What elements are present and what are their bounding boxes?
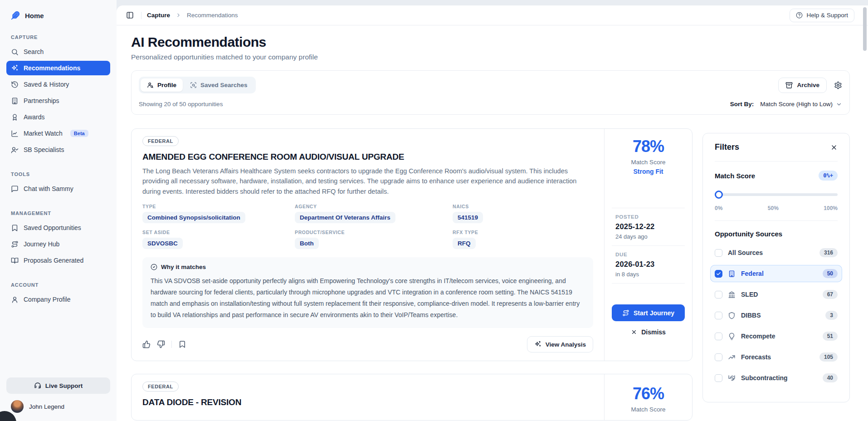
user-check-icon bbox=[11, 146, 19, 154]
sidebar-item-home[interactable]: Home bbox=[6, 9, 110, 22]
opportunity-sources-label: Opportunity Sources bbox=[715, 230, 838, 238]
source-row-sled[interactable]: SLED 67 bbox=[710, 286, 842, 303]
checkbox[interactable] bbox=[715, 333, 722, 340]
checkbox[interactable] bbox=[715, 249, 722, 257]
sidebar-item-saved-opportunities[interactable]: Saved Opportunities bbox=[6, 220, 110, 235]
source-row-all-sources[interactable]: All Sources 316 bbox=[710, 244, 842, 261]
dismiss-button[interactable]: Dismiss bbox=[631, 328, 666, 336]
checkbox[interactable] bbox=[715, 353, 722, 361]
slider-thumb[interactable] bbox=[715, 191, 723, 199]
checkbox[interactable] bbox=[715, 312, 722, 319]
posted-label: POSTED bbox=[615, 214, 681, 220]
help-support-button[interactable]: Help & Support bbox=[790, 9, 854, 22]
topbar: Capture Recommendations Help & Support bbox=[117, 5, 868, 25]
award-icon bbox=[11, 113, 19, 121]
route-icon bbox=[622, 309, 629, 317]
panel-left-icon bbox=[126, 11, 134, 19]
building-icon bbox=[11, 97, 19, 105]
section-label-tools: TOOLS bbox=[6, 171, 110, 177]
icon-divider bbox=[171, 341, 172, 348]
sidebar-item-proposals-generated[interactable]: Proposals Generated bbox=[6, 253, 110, 268]
filters-close-button[interactable] bbox=[830, 144, 838, 151]
source-row-recompete[interactable]: Recompete 51 bbox=[710, 328, 842, 345]
field-label: SET ASIDE bbox=[142, 230, 295, 235]
view-analysis-button[interactable]: View Analysis bbox=[527, 336, 593, 352]
rail-divider bbox=[612, 283, 685, 284]
sidebar-item-chat-with-sammy[interactable]: Chat with Sammy bbox=[6, 181, 110, 196]
breadcrumb-capture[interactable]: Capture bbox=[147, 12, 170, 19]
sidebar-item-journey-hub[interactable]: Journey Hub bbox=[6, 237, 110, 251]
source-row-forecasts[interactable]: Forecasts 105 bbox=[710, 348, 842, 366]
source-count-badge: 50 bbox=[823, 269, 838, 278]
scan-search-icon bbox=[190, 82, 197, 88]
archive-label: Archive bbox=[797, 82, 819, 88]
route-icon bbox=[11, 240, 19, 248]
match-score-label: Match Score bbox=[631, 159, 666, 166]
breadcrumb-recommendations: Recommendations bbox=[187, 12, 238, 19]
source-label: Forecasts bbox=[741, 353, 771, 361]
posted-relative: 24 days ago bbox=[615, 233, 681, 240]
home-label: Home bbox=[25, 12, 44, 20]
source-count-badge: 67 bbox=[823, 290, 838, 299]
source-label: SLED bbox=[741, 291, 758, 298]
tab-saved-searches[interactable]: Saved Searches bbox=[184, 78, 254, 92]
tab-label: Profile bbox=[157, 82, 176, 88]
scale-0: 0% bbox=[715, 205, 722, 211]
bookmark-icon[interactable] bbox=[178, 340, 186, 348]
vertical-scrollbar[interactable] bbox=[863, 7, 867, 51]
source-row-dibbs[interactable]: DIBBS 3 bbox=[710, 307, 842, 324]
sidebar-item-partnerships[interactable]: Partnerships bbox=[6, 93, 110, 108]
section-label-capture: CAPTURE bbox=[6, 34, 110, 40]
filters-divider bbox=[715, 161, 838, 162]
close-icon bbox=[830, 144, 838, 151]
source-row-federal[interactable]: Federal 50 bbox=[710, 265, 842, 282]
checkbox-checked[interactable] bbox=[715, 270, 722, 278]
start-journey-label: Start Journey bbox=[634, 309, 674, 317]
gear-icon bbox=[834, 81, 842, 89]
opportunity-title[interactable]: DATA DIODE - REVISION bbox=[142, 397, 593, 407]
sidebar-item-recommendations[interactable]: Recommendations bbox=[6, 61, 110, 75]
sidebar-item-sb-specialists[interactable]: SB Specialists bbox=[6, 142, 110, 157]
sidebar-item-search[interactable]: Search bbox=[6, 44, 110, 59]
match-score-filter-label: Match Score bbox=[715, 172, 755, 180]
match-score-label: Match Score bbox=[631, 406, 666, 413]
user-search-icon bbox=[147, 82, 154, 88]
field-value: Both bbox=[295, 238, 319, 249]
sidebar-item-market-watch[interactable]: Market Watch Beta bbox=[6, 126, 110, 141]
checkbox[interactable] bbox=[715, 291, 722, 299]
start-journey-button[interactable]: Start Journey bbox=[612, 304, 685, 321]
archive-button[interactable]: Archive bbox=[778, 78, 827, 93]
nav-label: Saved Opportunities bbox=[24, 224, 81, 231]
source-row-subcontracting[interactable]: Subcontracting 40 bbox=[710, 369, 842, 387]
building-icon bbox=[728, 270, 736, 278]
slider-scale: 0% 50% 100% bbox=[715, 205, 838, 211]
sidebar-item-awards[interactable]: Awards bbox=[6, 110, 110, 124]
live-support-button[interactable]: Live Support bbox=[6, 377, 110, 394]
sort-select[interactable]: Match Score (High to Low) bbox=[760, 101, 842, 108]
user-menu[interactable]: John Legend bbox=[6, 394, 110, 414]
checkbox[interactable] bbox=[715, 374, 722, 382]
thumbs-down-icon[interactable] bbox=[157, 340, 165, 348]
tab-profile[interactable]: Profile bbox=[141, 78, 183, 92]
scale-50: 50% bbox=[768, 205, 779, 211]
toolbar-card: Profile Saved Searches Archive bbox=[131, 70, 850, 115]
sidebar-item-saved-history[interactable]: Saved & History bbox=[6, 77, 110, 92]
handshake-icon bbox=[728, 374, 736, 382]
match-score-slider[interactable] bbox=[715, 191, 838, 199]
field-value: 541519 bbox=[453, 212, 483, 223]
sidebar-toggle-button[interactable] bbox=[124, 10, 136, 21]
sort-by-label: Sort By: bbox=[730, 101, 754, 108]
due-relative: in 8 days bbox=[615, 271, 681, 278]
sidebar-item-company-profile[interactable]: Company Profile bbox=[6, 292, 110, 307]
field-label: PRODUCT/SERVICE bbox=[295, 230, 453, 235]
filters-divider bbox=[715, 220, 838, 221]
opportunity-title[interactable]: AMENDED EGG CONFERENCE ROOM AUDIO/VISUAL… bbox=[142, 152, 593, 162]
help-circle-icon bbox=[796, 12, 803, 19]
nav-label: Partnerships bbox=[24, 97, 59, 104]
thumbs-up-icon[interactable] bbox=[142, 340, 151, 348]
match-fit-label[interactable]: Strong Fit bbox=[633, 168, 663, 175]
message-square-icon bbox=[11, 185, 19, 193]
settings-button[interactable] bbox=[834, 81, 842, 89]
avatar bbox=[11, 400, 24, 413]
opportunity-description: The Long Beach Veterans Affairs Healthca… bbox=[142, 166, 591, 196]
